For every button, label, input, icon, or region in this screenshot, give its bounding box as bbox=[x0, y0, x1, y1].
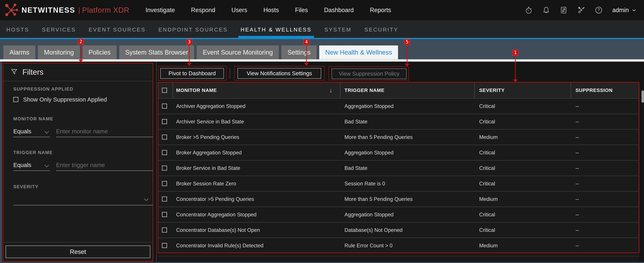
row-checkbox[interactable] bbox=[162, 212, 167, 217]
sort-descending-icon[interactable]: ↓ bbox=[329, 82, 332, 98]
row-checkbox[interactable] bbox=[162, 119, 167, 124]
netwitness-logo-icon[interactable] bbox=[4, 3, 19, 17]
subnav-item[interactable]: SECURITY bbox=[364, 20, 398, 39]
show-only-suppression-row: Show Only Suppression Applied bbox=[13, 96, 107, 103]
row-checkbox[interactable] bbox=[162, 228, 167, 232]
filter-funnel-icon bbox=[10, 68, 18, 76]
cell-monitor-name: Broker Aggregation Stopped bbox=[176, 145, 242, 160]
row-checkbox[interactable] bbox=[162, 150, 167, 155]
severity-select[interactable] bbox=[13, 192, 153, 206]
monitor-name-operator-select[interactable]: Equals bbox=[13, 126, 50, 137]
trigger-name-input[interactable] bbox=[56, 160, 153, 171]
cell-severity: Critical bbox=[479, 207, 495, 222]
panel-resize-divider[interactable] bbox=[156, 62, 157, 262]
callout-5-line bbox=[407, 45, 408, 64]
vertical-scrollbar[interactable] bbox=[642, 90, 644, 103]
table-row[interactable]: Concentrator Invalid Rule(s) Detected Ru… bbox=[158, 238, 639, 253]
suppression-applied-label: SUPPRESSION APPLIED bbox=[13, 86, 74, 92]
cell-suppression: -- bbox=[576, 222, 579, 238]
top-menu-item[interactable]: Respond bbox=[191, 6, 215, 14]
column-divider bbox=[474, 82, 474, 98]
partial-table-row bbox=[158, 253, 639, 262]
tab[interactable]: New Health & Wellness bbox=[319, 46, 398, 59]
table-row[interactable]: Broker Service in Bad State Bad State Cr… bbox=[158, 160, 639, 176]
tab[interactable]: System Stats Browser bbox=[119, 46, 194, 59]
top-menu-item[interactable]: Files bbox=[295, 6, 308, 14]
top-menu-item[interactable]: Users bbox=[232, 6, 247, 14]
cell-suppression: -- bbox=[576, 130, 579, 145]
top-menu-item[interactable]: Hosts bbox=[264, 6, 279, 14]
tab[interactable]: Event Source Monitoring bbox=[197, 46, 279, 59]
user-menu[interactable]: admin bbox=[612, 6, 636, 14]
cell-severity: Medium bbox=[479, 238, 498, 253]
show-only-suppression-checkbox[interactable] bbox=[13, 97, 18, 102]
admin-subnav: HOSTSSERVICESEVENT SOURCESENDPOINT SOURC… bbox=[0, 20, 644, 39]
subnav-item[interactable]: EVENT SOURCES bbox=[88, 20, 146, 39]
trigger-name-operator-select[interactable]: Equals bbox=[13, 160, 50, 171]
filters-header: Filters bbox=[3, 63, 153, 81]
subnav-item[interactable]: ENDPOINT SOURCES bbox=[158, 20, 228, 39]
table-row[interactable]: Broker Session Rate Zero Session Rate is… bbox=[158, 176, 639, 191]
tab[interactable]: Alarms bbox=[3, 46, 35, 59]
top-menu-item[interactable]: Dashboard bbox=[324, 6, 354, 14]
top-right-icons: admin bbox=[525, 6, 636, 14]
table-row[interactable]: Concentrator Aggregation Stopped Aggrega… bbox=[158, 206, 639, 222]
monitor-name-input[interactable] bbox=[56, 126, 153, 137]
col-severity[interactable]: SEVERITY bbox=[479, 82, 504, 98]
table-row[interactable]: Broker Aggregation Stopped Aggregation S… bbox=[158, 145, 639, 160]
toolbar-divider bbox=[230, 68, 230, 79]
row-checkbox[interactable] bbox=[162, 243, 167, 248]
cell-trigger-name: Database(s) Not Opened bbox=[344, 222, 402, 238]
table-row[interactable]: Archiver Aggregation Stopped Aggregation… bbox=[158, 98, 639, 114]
timer-icon[interactable] bbox=[525, 6, 532, 14]
cell-suppression: -- bbox=[576, 99, 579, 114]
row-checkbox[interactable] bbox=[162, 181, 167, 186]
jobs-icon[interactable] bbox=[560, 6, 568, 14]
column-divider bbox=[172, 82, 173, 98]
tab[interactable]: Policies bbox=[82, 46, 117, 59]
filters-title: Filters bbox=[22, 68, 44, 76]
tools-icon[interactable] bbox=[577, 6, 585, 14]
cell-trigger-name: More than 5 Pending Queries bbox=[344, 192, 413, 206]
reset-button[interactable]: Reset bbox=[6, 246, 150, 258]
notifications-icon[interactable] bbox=[542, 6, 550, 14]
select-all-checkbox[interactable] bbox=[162, 88, 167, 93]
row-checkbox[interactable] bbox=[162, 134, 167, 140]
tab[interactable]: Settings bbox=[281, 46, 316, 59]
subnav-item[interactable]: SYSTEM bbox=[324, 20, 352, 39]
col-monitor-name[interactable]: MONITOR NAME bbox=[176, 82, 217, 98]
callout-1: 1 bbox=[512, 50, 518, 56]
brand-product: Platform XDR bbox=[82, 6, 129, 14]
callout-4-arrow bbox=[304, 63, 308, 66]
cell-monitor-name: Concentrator >5 Pending Queries bbox=[176, 192, 254, 206]
cell-trigger-name: Rule Error Count > 0 bbox=[344, 238, 392, 253]
row-checkbox[interactable] bbox=[162, 196, 167, 202]
row-checkbox[interactable] bbox=[162, 166, 167, 170]
pivot-to-dashboard-button[interactable]: Pivot to Dashboard bbox=[160, 68, 224, 79]
monitors-table: MONITOR NAME ↓ TRIGGER NAME SEVERITY SUP… bbox=[158, 82, 639, 253]
tab-bar: AlarmsMonitoringPoliciesSystem Stats Bro… bbox=[0, 39, 644, 59]
cell-severity: Critical bbox=[479, 176, 495, 191]
row-checkbox[interactable] bbox=[162, 104, 167, 108]
monitor-name-label: MONITOR NAME bbox=[13, 116, 53, 122]
col-suppression[interactable]: SUPPRESSION bbox=[576, 82, 613, 98]
table-row[interactable]: Broker >5 Pending Queries More than 5 Pe… bbox=[158, 129, 639, 145]
subnav-item[interactable]: HOSTS bbox=[6, 20, 29, 39]
help-icon[interactable] bbox=[595, 6, 602, 14]
top-menu-item[interactable]: Investigate bbox=[146, 6, 175, 14]
cell-monitor-name: Broker Session Rate Zero bbox=[176, 176, 236, 191]
severity-label: SEVERITY bbox=[13, 184, 38, 190]
col-trigger-name[interactable]: TRIGGER NAME bbox=[344, 82, 384, 98]
top-menu-item[interactable]: Reports bbox=[370, 6, 391, 14]
callout-3-line bbox=[189, 45, 190, 63]
subnav-item[interactable]: SERVICES bbox=[42, 20, 76, 39]
table-row[interactable]: Concentrator Database(s) Not Open Databa… bbox=[158, 222, 639, 238]
cell-trigger-name: Bad State bbox=[344, 114, 367, 129]
table-row[interactable]: Concentrator >5 Pending Queries More tha… bbox=[158, 191, 639, 206]
view-notifications-settings-button[interactable]: View Notifications Settings bbox=[238, 68, 321, 79]
cell-trigger-name: Bad State bbox=[344, 161, 367, 176]
show-only-suppression-label: Show Only Suppression Applied bbox=[23, 96, 107, 103]
tab[interactable]: Monitoring bbox=[38, 46, 80, 59]
table-row[interactable]: Archiver Service in Bad State Bad State … bbox=[158, 114, 639, 129]
subnav-item[interactable]: HEALTH & WELLNESS bbox=[240, 20, 312, 39]
